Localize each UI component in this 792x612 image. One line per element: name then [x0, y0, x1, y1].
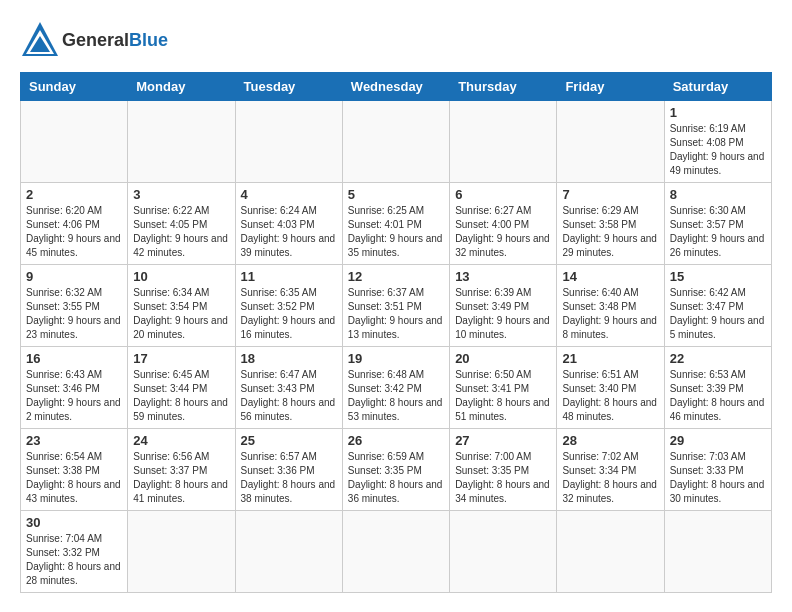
calendar-cell: 4Sunrise: 6:24 AM Sunset: 4:03 PM Daylig… [235, 183, 342, 265]
day-number: 26 [348, 433, 444, 448]
logo-blue: Blue [129, 30, 168, 50]
calendar-cell [557, 101, 664, 183]
calendar-week-6: 30Sunrise: 7:04 AM Sunset: 3:32 PM Dayli… [21, 511, 772, 593]
calendar-cell: 13Sunrise: 6:39 AM Sunset: 3:49 PM Dayli… [450, 265, 557, 347]
day-info: Sunrise: 6:59 AM Sunset: 3:35 PM Dayligh… [348, 450, 444, 506]
calendar-cell: 25Sunrise: 6:57 AM Sunset: 3:36 PM Dayli… [235, 429, 342, 511]
calendar-cell: 23Sunrise: 6:54 AM Sunset: 3:38 PM Dayli… [21, 429, 128, 511]
calendar-cell: 26Sunrise: 6:59 AM Sunset: 3:35 PM Dayli… [342, 429, 449, 511]
day-number: 24 [133, 433, 229, 448]
day-info: Sunrise: 6:24 AM Sunset: 4:03 PM Dayligh… [241, 204, 337, 260]
day-info: Sunrise: 6:29 AM Sunset: 3:58 PM Dayligh… [562, 204, 658, 260]
calendar-cell [450, 101, 557, 183]
day-info: Sunrise: 7:02 AM Sunset: 3:34 PM Dayligh… [562, 450, 658, 506]
calendar-cell: 18Sunrise: 6:47 AM Sunset: 3:43 PM Dayli… [235, 347, 342, 429]
day-number: 15 [670, 269, 766, 284]
weekday-wednesday: Wednesday [342, 73, 449, 101]
calendar-body: 1Sunrise: 6:19 AM Sunset: 4:08 PM Daylig… [21, 101, 772, 593]
day-info: Sunrise: 6:51 AM Sunset: 3:40 PM Dayligh… [562, 368, 658, 424]
day-info: Sunrise: 6:50 AM Sunset: 3:41 PM Dayligh… [455, 368, 551, 424]
calendar-cell [21, 101, 128, 183]
calendar-cell: 6Sunrise: 6:27 AM Sunset: 4:00 PM Daylig… [450, 183, 557, 265]
calendar-cell: 16Sunrise: 6:43 AM Sunset: 3:46 PM Dayli… [21, 347, 128, 429]
day-info: Sunrise: 6:37 AM Sunset: 3:51 PM Dayligh… [348, 286, 444, 342]
calendar-week-2: 2Sunrise: 6:20 AM Sunset: 4:06 PM Daylig… [21, 183, 772, 265]
day-number: 12 [348, 269, 444, 284]
calendar-cell: 30Sunrise: 7:04 AM Sunset: 3:32 PM Dayli… [21, 511, 128, 593]
calendar-cell: 8Sunrise: 6:30 AM Sunset: 3:57 PM Daylig… [664, 183, 771, 265]
weekday-monday: Monday [128, 73, 235, 101]
day-number: 25 [241, 433, 337, 448]
day-number: 22 [670, 351, 766, 366]
day-number: 14 [562, 269, 658, 284]
day-info: Sunrise: 6:57 AM Sunset: 3:36 PM Dayligh… [241, 450, 337, 506]
day-info: Sunrise: 6:43 AM Sunset: 3:46 PM Dayligh… [26, 368, 122, 424]
day-info: Sunrise: 6:39 AM Sunset: 3:49 PM Dayligh… [455, 286, 551, 342]
day-info: Sunrise: 6:45 AM Sunset: 3:44 PM Dayligh… [133, 368, 229, 424]
calendar-cell: 29Sunrise: 7:03 AM Sunset: 3:33 PM Dayli… [664, 429, 771, 511]
calendar-cell [557, 511, 664, 593]
calendar-cell: 20Sunrise: 6:50 AM Sunset: 3:41 PM Dayli… [450, 347, 557, 429]
day-number: 7 [562, 187, 658, 202]
calendar-cell: 11Sunrise: 6:35 AM Sunset: 3:52 PM Dayli… [235, 265, 342, 347]
day-number: 4 [241, 187, 337, 202]
day-number: 5 [348, 187, 444, 202]
calendar-cell [664, 511, 771, 593]
day-number: 6 [455, 187, 551, 202]
calendar-cell: 17Sunrise: 6:45 AM Sunset: 3:44 PM Dayli… [128, 347, 235, 429]
calendar-cell: 3Sunrise: 6:22 AM Sunset: 4:05 PM Daylig… [128, 183, 235, 265]
calendar-week-3: 9Sunrise: 6:32 AM Sunset: 3:55 PM Daylig… [21, 265, 772, 347]
calendar-cell: 22Sunrise: 6:53 AM Sunset: 3:39 PM Dayli… [664, 347, 771, 429]
calendar-cell: 24Sunrise: 6:56 AM Sunset: 3:37 PM Dayli… [128, 429, 235, 511]
day-info: Sunrise: 6:27 AM Sunset: 4:00 PM Dayligh… [455, 204, 551, 260]
calendar-cell: 9Sunrise: 6:32 AM Sunset: 3:55 PM Daylig… [21, 265, 128, 347]
calendar-cell: 14Sunrise: 6:40 AM Sunset: 3:48 PM Dayli… [557, 265, 664, 347]
weekday-thursday: Thursday [450, 73, 557, 101]
day-number: 1 [670, 105, 766, 120]
day-info: Sunrise: 6:32 AM Sunset: 3:55 PM Dayligh… [26, 286, 122, 342]
page-header: GeneralBlue [20, 20, 772, 62]
day-info: Sunrise: 7:00 AM Sunset: 3:35 PM Dayligh… [455, 450, 551, 506]
calendar-cell: 7Sunrise: 6:29 AM Sunset: 3:58 PM Daylig… [557, 183, 664, 265]
calendar-cell: 21Sunrise: 6:51 AM Sunset: 3:40 PM Dayli… [557, 347, 664, 429]
calendar-cell: 2Sunrise: 6:20 AM Sunset: 4:06 PM Daylig… [21, 183, 128, 265]
calendar-cell [342, 511, 449, 593]
calendar-week-4: 16Sunrise: 6:43 AM Sunset: 3:46 PM Dayli… [21, 347, 772, 429]
calendar-cell: 19Sunrise: 6:48 AM Sunset: 3:42 PM Dayli… [342, 347, 449, 429]
day-info: Sunrise: 6:19 AM Sunset: 4:08 PM Dayligh… [670, 122, 766, 178]
calendar-cell: 28Sunrise: 7:02 AM Sunset: 3:34 PM Dayli… [557, 429, 664, 511]
day-info: Sunrise: 6:56 AM Sunset: 3:37 PM Dayligh… [133, 450, 229, 506]
day-info: Sunrise: 6:42 AM Sunset: 3:47 PM Dayligh… [670, 286, 766, 342]
day-number: 30 [26, 515, 122, 530]
logo-general: General [62, 30, 129, 50]
calendar-cell [450, 511, 557, 593]
day-info: Sunrise: 6:25 AM Sunset: 4:01 PM Dayligh… [348, 204, 444, 260]
day-number: 27 [455, 433, 551, 448]
day-info: Sunrise: 6:47 AM Sunset: 3:43 PM Dayligh… [241, 368, 337, 424]
day-info: Sunrise: 6:40 AM Sunset: 3:48 PM Dayligh… [562, 286, 658, 342]
day-number: 18 [241, 351, 337, 366]
calendar-header: SundayMondayTuesdayWednesdayThursdayFrid… [21, 73, 772, 101]
weekday-header-row: SundayMondayTuesdayWednesdayThursdayFrid… [21, 73, 772, 101]
logo-icon [20, 20, 60, 62]
calendar-week-1: 1Sunrise: 6:19 AM Sunset: 4:08 PM Daylig… [21, 101, 772, 183]
day-info: Sunrise: 6:48 AM Sunset: 3:42 PM Dayligh… [348, 368, 444, 424]
day-number: 16 [26, 351, 122, 366]
day-number: 19 [348, 351, 444, 366]
day-info: Sunrise: 6:54 AM Sunset: 3:38 PM Dayligh… [26, 450, 122, 506]
day-number: 2 [26, 187, 122, 202]
weekday-sunday: Sunday [21, 73, 128, 101]
weekday-friday: Friday [557, 73, 664, 101]
logo: GeneralBlue [20, 20, 168, 62]
day-info: Sunrise: 6:35 AM Sunset: 3:52 PM Dayligh… [241, 286, 337, 342]
calendar-cell: 12Sunrise: 6:37 AM Sunset: 3:51 PM Dayli… [342, 265, 449, 347]
calendar-cell [235, 511, 342, 593]
day-info: Sunrise: 7:03 AM Sunset: 3:33 PM Dayligh… [670, 450, 766, 506]
day-number: 21 [562, 351, 658, 366]
day-number: 29 [670, 433, 766, 448]
calendar-cell [235, 101, 342, 183]
day-info: Sunrise: 6:20 AM Sunset: 4:06 PM Dayligh… [26, 204, 122, 260]
calendar-cell: 1Sunrise: 6:19 AM Sunset: 4:08 PM Daylig… [664, 101, 771, 183]
calendar-cell: 5Sunrise: 6:25 AM Sunset: 4:01 PM Daylig… [342, 183, 449, 265]
day-info: Sunrise: 6:22 AM Sunset: 4:05 PM Dayligh… [133, 204, 229, 260]
